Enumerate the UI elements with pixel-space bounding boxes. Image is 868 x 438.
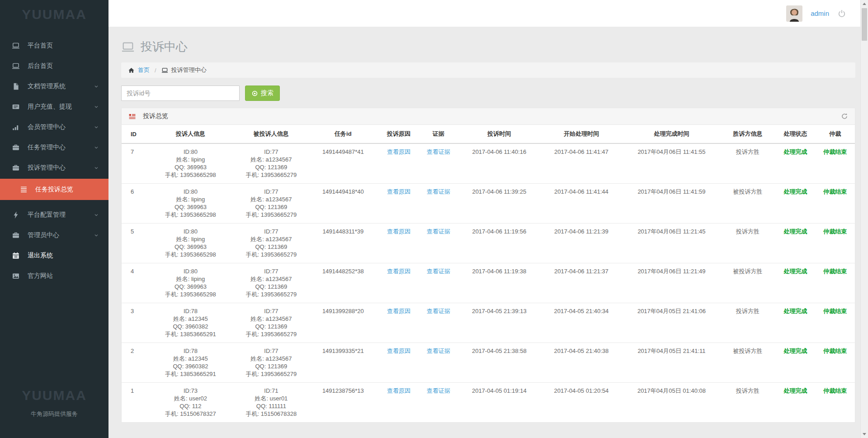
task-id-cell: 1491399288*20 — [307, 303, 380, 343]
start-time-cell: 2017-04-06 11:41:44 — [539, 184, 623, 224]
view-evidence-link[interactable]: 查看证据 — [427, 348, 450, 354]
chevron-down-icon — [93, 124, 99, 130]
scroll-up-button[interactable] — [861, 0, 868, 8]
sidebar-item-label: 后台首页 — [28, 62, 99, 70]
info-line-id: ID:80 — [147, 188, 234, 195]
info-line-qq: QQ: 111111 — [238, 402, 305, 410]
reason-cell: 查看原因 — [380, 143, 418, 184]
info-line-qq: QQ: 112 — [147, 402, 234, 410]
sidebar-subitem-label: 任务投诉总览 — [35, 186, 73, 194]
view-reason-link[interactable]: 查看原因 — [387, 387, 410, 394]
view-evidence-link[interactable]: 查看证据 — [427, 268, 450, 275]
reason-cell: 查看原因 — [380, 184, 418, 224]
reason-cell: 查看原因 — [380, 263, 418, 303]
task-id-cell: 1491449487*41 — [307, 143, 380, 184]
laptop-icon — [12, 42, 20, 50]
info-line-id: ID:73 — [147, 387, 234, 395]
header-arbitration: 仲裁 — [815, 125, 855, 143]
sidebar-item-platform-home[interactable]: 平台首页 — [0, 35, 108, 56]
sidebar-item-recharge[interactable]: 用户充值、提现 — [0, 96, 108, 117]
sidebar-item-config[interactable]: 平台配置管理 — [0, 205, 108, 225]
sidebar-item-admins[interactable]: 管理员中心 — [0, 225, 108, 245]
complainant-info-cell: ID:78 姓名: a12345 QQ: 3960382 手机: 1385366… — [145, 303, 236, 343]
arbitration-cell: 仲裁结束 — [815, 143, 855, 184]
respondent-info-cell: ID:77 姓名: a1234567 QQ: 121369 手机: 139536… — [236, 143, 307, 184]
sidebar-item-members[interactable]: 会员管理中心 — [0, 117, 108, 137]
sidebar: YUUMAA 平台首页 后台首页 文档管理系统 用户充值、提现 — [0, 0, 108, 438]
home-icon — [128, 67, 135, 74]
view-evidence-link[interactable]: 查看证据 — [427, 308, 450, 314]
footer-tagline: 牛角源码提供服务 — [0, 410, 108, 418]
search-input[interactable] — [121, 86, 240, 101]
power-icon[interactable] — [837, 9, 846, 18]
view-reason-link[interactable]: 查看原因 — [387, 228, 410, 235]
search-button[interactable]: 搜索 — [245, 86, 280, 101]
sidebar-subitem-complaint-overview[interactable]: 任务投诉总览 — [0, 179, 108, 200]
chevron-down-icon — [93, 212, 99, 218]
info-line-phone: 手机: 13953665279 — [238, 171, 305, 179]
view-evidence-link[interactable]: 查看证据 — [427, 188, 450, 195]
task-id-cell: 1491449418*40 — [307, 184, 380, 224]
chart-icon — [12, 123, 20, 131]
panel-header: 投诉总览 — [122, 108, 855, 125]
breadcrumb-home-link[interactable]: 首页 — [138, 66, 150, 74]
view-reason-link[interactable]: 查看原因 — [387, 348, 410, 354]
info-line-qq: QQ: 3960382 — [147, 362, 234, 370]
info-line-phone: 手机: 13953665279 — [238, 251, 305, 258]
view-evidence-link[interactable]: 查看证据 — [427, 148, 450, 155]
sidebar-item-label: 管理员中心 — [28, 231, 93, 239]
avatar[interactable] — [786, 5, 802, 22]
info-line-qq: QQ: 121369 — [238, 362, 305, 370]
complaint-time-cell: 2017-04-06 11:19:38 — [459, 263, 539, 303]
image-icon — [12, 272, 20, 280]
sidebar-item-logout[interactable]: 退出系统 — [0, 245, 108, 266]
task-id-cell: 1491448252*38 — [307, 263, 380, 303]
scroll-down-button[interactable] — [861, 430, 868, 438]
footer-brand-logo: YUUMAA — [0, 388, 108, 403]
refresh-icon[interactable] — [841, 113, 848, 120]
complaint-time-cell: 2017-04-06 11:40:16 — [459, 143, 539, 184]
finish-time-cell: 2017年04月06日 11:41:55 — [623, 143, 720, 184]
status-cell: 处理完成 — [776, 303, 816, 343]
sidebar-item-admin-home[interactable]: 后台首页 — [0, 56, 108, 76]
search-icon — [251, 90, 258, 97]
view-reason-link[interactable]: 查看原因 — [387, 148, 410, 155]
arbitration-cell: 仲裁结束 — [815, 224, 855, 263]
info-line-id: ID:77 — [238, 347, 305, 355]
view-evidence-link[interactable]: 查看证据 — [427, 228, 450, 235]
sidebar-item-docs[interactable]: 文档管理系统 — [0, 76, 108, 96]
respondent-info-cell: ID:77 姓名: a1234567 QQ: 121369 手机: 139536… — [236, 263, 307, 303]
table-header-row: ID 投诉人信息 被投诉人信息 任务id 投诉原因 证据 投诉时间 开始处理时间… — [122, 125, 855, 143]
sidebar-item-official-site[interactable]: 官方网站 — [0, 266, 108, 286]
complainant-info-cell: ID:80 姓名: liping QQ: 369963 手机: 13953665… — [145, 224, 236, 263]
header-task-id: 任务id — [307, 125, 380, 143]
view-evidence-link[interactable]: 查看证据 — [427, 387, 450, 394]
reason-cell: 查看原因 — [380, 224, 418, 263]
chevron-down-icon — [93, 165, 99, 171]
complaint-time-cell: 2017-04-05 21:38:58 — [459, 343, 539, 383]
sidebar-item-tasks[interactable]: 任务管理中心 — [0, 137, 108, 157]
scrollbar-thumb[interactable] — [862, 8, 867, 41]
respondent-info-cell: ID:77 姓名: a1234567 QQ: 121369 手机: 139536… — [236, 224, 307, 263]
header-complaint-time: 投诉时间 — [459, 125, 539, 143]
chevron-down-icon — [93, 83, 99, 90]
sidebar-item-label: 投诉管理中心 — [28, 164, 93, 172]
view-reason-link[interactable]: 查看原因 — [387, 188, 410, 195]
avatar-image — [786, 5, 802, 22]
username-link[interactable]: admin — [811, 10, 829, 17]
sidebar-item-complaints[interactable]: 投诉管理中心 — [0, 157, 108, 178]
table-row: 2 ID:78 姓名: a12345 QQ: 3960382 手机: 13853… — [122, 343, 855, 383]
evidence-cell: 查看证据 — [418, 343, 459, 383]
info-line-id: ID:77 — [238, 188, 305, 195]
view-reason-link[interactable]: 查看原因 — [387, 308, 410, 314]
view-reason-link[interactable]: 查看原因 — [387, 268, 410, 275]
header-start-time: 开始处理时间 — [539, 125, 623, 143]
panel-title: 投诉总览 — [143, 112, 168, 120]
arbitration-cell: 仲裁结束 — [815, 303, 855, 343]
info-line-phone: 手机: 13853665291 — [147, 330, 234, 338]
info-line-id: ID:77 — [238, 148, 305, 156]
row-id-cell: 4 — [122, 263, 145, 303]
finish-time-cell: 2017年04月05日 01:40:08 — [623, 383, 720, 423]
arbitration-cell: 仲裁结束 — [815, 383, 855, 423]
start-time-cell: 2017-04-05 21:40:38 — [539, 343, 623, 383]
